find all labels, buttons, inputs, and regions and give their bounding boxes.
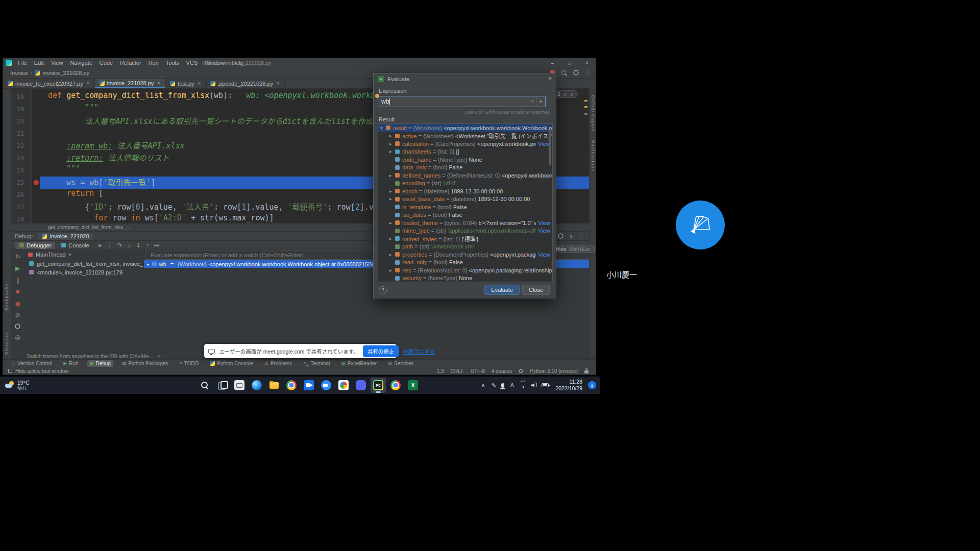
pin-icon[interactable]: ◎ xyxy=(15,334,20,341)
stop-sharing-button[interactable]: 共有の停止 xyxy=(363,345,399,357)
breadcrumb-project[interactable]: Invoice xyxy=(10,70,28,76)
breakpoint-icon[interactable] xyxy=(34,180,39,185)
tool-window-button-services[interactable]: ⚙Services xyxy=(385,360,416,367)
encoding[interactable]: UTF-8 xyxy=(471,368,485,374)
view-link[interactable]: View xyxy=(538,252,550,258)
collapse-icon[interactable]: ∨ xyxy=(569,234,573,239)
close-tab-icon[interactable]: × xyxy=(198,81,201,86)
hide-banner-link[interactable]: 非表示にする xyxy=(403,347,435,355)
taskbar-photos-icon[interactable] xyxy=(336,378,351,393)
variable-row-loaded_theme[interactable]: ▸loaded_theme = {bytes: 6784} b'<?xml ve… xyxy=(378,219,552,227)
step-into-icon[interactable]: ↓ xyxy=(125,242,133,249)
clear-icon[interactable]: × xyxy=(531,98,534,104)
mute-breakpoints-icon[interactable]: ⊘ xyxy=(15,312,20,319)
taskbar-discord-icon[interactable] xyxy=(353,378,369,393)
variable-row-iso_dates[interactable]: iso_dates = {bool} False xyxy=(378,211,552,219)
line-number[interactable]: 25 xyxy=(11,177,31,189)
menu-item-run[interactable]: Run xyxy=(145,59,162,66)
variable-row-is_template[interactable]: is_template = {bool} False xyxy=(378,203,552,211)
menu-item-vcs[interactable]: VCS xyxy=(183,59,201,66)
menu-item-navigate[interactable]: Navigate xyxy=(67,59,95,66)
menu-item-file[interactable]: File xyxy=(15,59,30,66)
taskbar-chrome-2-icon[interactable] xyxy=(388,378,403,393)
hide-tool-window-button[interactable]: Hide Shift+Esc xyxy=(552,245,595,253)
expander-icon[interactable]: ▾ xyxy=(380,126,386,131)
menu-item-tools[interactable]: Tools xyxy=(163,59,182,66)
expander-icon[interactable]: ▸ xyxy=(389,189,395,194)
taskbar-task-view-icon[interactable] xyxy=(214,378,230,393)
battery-icon[interactable] xyxy=(542,383,549,387)
view-link[interactable]: View xyxy=(538,220,550,226)
next-issue-icon[interactable]: ∨ xyxy=(570,92,573,97)
step-out-icon[interactable]: ↑ xyxy=(143,242,152,249)
step-over-icon[interactable]: ↷ xyxy=(115,242,125,249)
taskbar-search-icon[interactable] xyxy=(197,378,212,393)
search-icon[interactable] xyxy=(561,70,567,76)
close-dialog-button[interactable]: Close xyxy=(522,285,550,295)
variable-row-properties[interactable]: ▸properties = {DocumentProperties} <open… xyxy=(378,251,552,259)
line-separator[interactable]: CRLF xyxy=(451,368,464,374)
close-button[interactable]: × xyxy=(578,58,596,67)
variable-row-named_styles[interactable]: ▸named_styles = {list: 1} ['標準'] xyxy=(378,235,552,243)
tool-stripe-notifications[interactable]: Notifications xyxy=(591,140,596,171)
tool-window-button-debug[interactable]: ◉Debug xyxy=(87,360,113,367)
layout-icon[interactable]: ≡ xyxy=(95,242,104,249)
variable-row-calculation[interactable]: ▸calculation = {CalcProperties} <openpyx… xyxy=(378,140,552,148)
resume-icon[interactable]: ▶ xyxy=(15,265,20,272)
ime-icon[interactable]: A xyxy=(509,382,515,388)
expander-icon[interactable]: ▸ xyxy=(389,220,395,226)
notification-badge[interactable]: 2 xyxy=(588,381,596,389)
close-icon[interactable]: × xyxy=(548,75,552,82)
line-number[interactable]: 22 xyxy=(11,140,31,152)
evaluate-button[interactable]: Evaluate xyxy=(484,285,520,295)
volume-icon[interactable] xyxy=(531,383,537,388)
taskbar-camera-icon[interactable] xyxy=(318,378,334,393)
expander-icon[interactable]: ▸ xyxy=(389,173,395,178)
tool-window-icon[interactable] xyxy=(8,369,12,373)
debug-settings-gear-icon[interactable] xyxy=(558,233,564,239)
variable-row-defined_names[interactable]: ▸defined_names = {DefinedNameList: 0} <o… xyxy=(378,171,552,180)
help-button[interactable]: ? xyxy=(379,286,387,294)
lock-icon[interactable] xyxy=(584,370,589,373)
menu-item-code[interactable]: Code xyxy=(96,59,116,66)
expression-input[interactable]: wb × ▾ xyxy=(378,96,546,107)
stop-icon[interactable]: ■ xyxy=(16,288,19,295)
dialog-title-bar[interactable]: ≡ Evaluate × xyxy=(374,73,556,85)
taskbar-edge-icon[interactable] xyxy=(249,378,264,393)
taskbar-chrome-icon[interactable] xyxy=(284,378,299,393)
caret-position[interactable]: 1:3 xyxy=(437,368,444,374)
tool-window-button-problems[interactable]: ⚠Problems xyxy=(262,360,295,367)
breadcrumb-file[interactable]: invoice_221028.py xyxy=(42,70,89,76)
tool-stripe-structure[interactable]: Structure xyxy=(4,332,9,355)
expander-icon[interactable]: ▸ xyxy=(389,236,395,241)
tool-window-button-terminal[interactable]: >_Terminal xyxy=(301,360,332,367)
tool-window-button-run[interactable]: ▶Run xyxy=(61,360,81,367)
indent-settings-icon[interactable] xyxy=(519,369,523,373)
line-number[interactable]: 28 xyxy=(11,213,31,223)
variable-row-rels[interactable]: ▸rels = {RelationshipList: 0} <openpyxl.… xyxy=(378,266,552,274)
indent-size[interactable]: 4 spaces xyxy=(492,368,512,374)
close-icon[interactable]: × xyxy=(158,354,161,359)
prev-issue-icon[interactable]: ∧ xyxy=(564,92,567,97)
expander-icon[interactable]: ▸ xyxy=(389,252,395,257)
tool-stripe-bookmarks[interactable]: Bookmarks xyxy=(4,283,9,311)
line-number[interactable]: 26 xyxy=(11,189,31,201)
variable-row-path[interactable]: path = {str} '/xl/workbook.xml' xyxy=(378,243,552,251)
taskbar-presentation-icon[interactable] xyxy=(232,378,247,393)
taskbar-meet-icon[interactable] xyxy=(301,378,316,393)
debug-session-tab[interactable]: invoice_221028 xyxy=(38,233,93,240)
line-number[interactable]: 18 xyxy=(11,91,31,103)
close-tab-icon[interactable]: × xyxy=(87,81,90,86)
expander-icon[interactable]: ▸ xyxy=(389,268,395,273)
taskbar-excel-icon[interactable]: X xyxy=(405,378,421,393)
variable-row-mime_type[interactable]: mime_type = {str} 'application/vnd.openx… xyxy=(378,227,552,235)
scrollbar-thumb[interactable] xyxy=(549,130,551,165)
pause-icon[interactable]: ∥ xyxy=(16,277,19,284)
variable-row-read_only[interactable]: read_only = {bool} False xyxy=(378,259,552,267)
mic-icon[interactable] xyxy=(501,383,504,388)
menu-item-view[interactable]: View xyxy=(48,59,66,66)
maximize-button[interactable]: □ xyxy=(561,58,578,67)
variable-row-active[interactable]: ▸active = {Worksheet} <Worksheet "取引先一覧 … xyxy=(378,132,552,140)
taskbar-clock[interactable]: 11:28 2022/10/29 xyxy=(555,379,582,391)
status-hint[interactable]: Hide active tool window xyxy=(15,368,69,374)
